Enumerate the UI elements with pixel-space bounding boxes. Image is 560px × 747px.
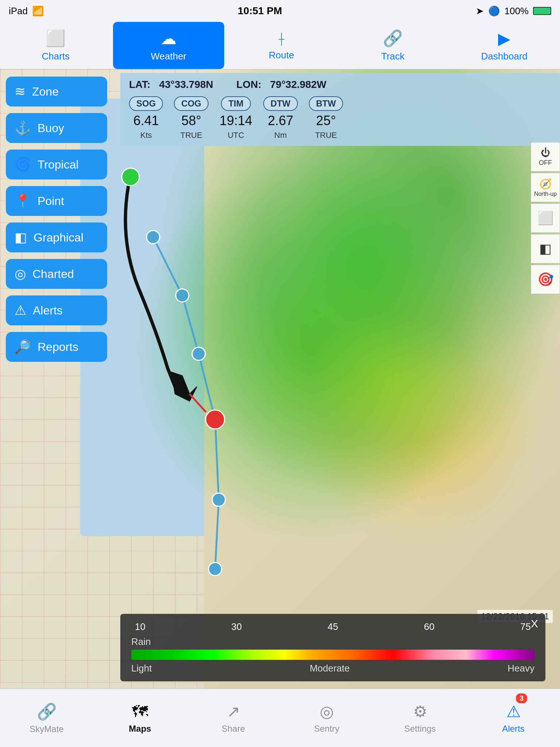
alerts-badge: 3 (516, 693, 527, 703)
charts-icon: ⬜ (46, 29, 66, 48)
battery-icon (533, 7, 551, 15)
compass-button[interactable]: 🧭 North-up (531, 173, 560, 202)
tab-settings[interactable]: ⚙ Settings (373, 689, 467, 747)
stat-cog: COG 58° TRUE (174, 96, 209, 140)
status-bar: iPad 📶 10:51 PM ➤ 🔵 100% (0, 0, 560, 22)
tab-skymate[interactable]: 🔗 SkyMate (0, 689, 93, 747)
location-icon: ➤ (476, 5, 484, 17)
frame-button[interactable]: ⬜ (531, 204, 560, 233)
charted-icon: ◎ (15, 266, 26, 282)
tropical-icon: 🌀 (15, 157, 31, 172)
legend-num-2: 45 (328, 621, 338, 632)
sidebar-btn-graphical[interactable]: ◧ Graphical (6, 222, 107, 252)
alerts-tab-icon: ⚠ (506, 702, 521, 721)
legend-num-0: 10 (135, 621, 145, 632)
nav-item-weather[interactable]: ☁ Weather (113, 22, 225, 69)
tab-maps[interactable]: 🗺 Maps (93, 689, 187, 747)
stat-tim: TIM 19:14 UTC (219, 96, 252, 140)
track-icon: 🔗 (383, 29, 403, 48)
legend-labels: Light Moderate Heavy (131, 663, 534, 674)
settings-icon: ⚙ (413, 702, 427, 721)
sentry-icon: ◎ (320, 702, 334, 721)
maps-icon: 🗺 (132, 703, 148, 721)
legend-close-button[interactable]: X (531, 618, 538, 630)
share-icon: ↗ (227, 702, 240, 721)
legend-label-heavy: Heavy (508, 663, 534, 674)
sidebar-btn-alerts[interactable]: ⚠ Alerts (6, 295, 107, 325)
stat-sog: SOG 6.41 Kts (129, 96, 163, 140)
tab-share[interactable]: ↗ Share (187, 689, 280, 747)
stat-btw: BTW 25° TRUE (309, 96, 343, 140)
legend-num-3: 60 (424, 621, 435, 632)
legend-gradient-bar (131, 650, 534, 660)
lat-label: LAT: (129, 79, 151, 90)
lon-value: 79°32.982W (270, 79, 326, 90)
alerts-icon: ⚠ (15, 303, 26, 318)
coordinate-panel: LAT: 43°33.798N LON: 79°32.982W SOG 6.41… (120, 73, 560, 146)
route-icon: ⟊ (277, 30, 286, 47)
legend-label-light: Light (131, 663, 152, 674)
lat-value: 43°33.798N (159, 79, 213, 90)
device-label: iPad (9, 5, 28, 17)
sidebar: ≋ Zone ⚓ Buoy 🌀 Tropical 📍 Point ◧ Graph… (0, 69, 113, 369)
right-controls: ⏻ OFF 🧭 North-up ⬜ ◧ 🎯 (531, 142, 560, 294)
top-navigation: ⬜ Charts ☁ Weather ⟊ Route 🔗 Track ▶ Das… (0, 22, 560, 69)
point-icon: 📍 (15, 193, 31, 209)
wifi-icon: 📶 (32, 5, 44, 17)
sidebar-btn-tropical[interactable]: 🌀 Tropical (6, 150, 107, 179)
legend-label-moderate: Moderate (310, 663, 350, 674)
bottom-tab-bar: 🔗 SkyMate 🗺 Maps ↗ Share ◎ Sentry ⚙ Sett… (0, 689, 560, 747)
bluetooth-icon: 🔵 (488, 5, 500, 17)
nav-item-track[interactable]: 🔗 Track (337, 22, 449, 69)
legend-rain-label: Rain (131, 636, 534, 647)
power-button[interactable]: ⏻ OFF (531, 142, 560, 171)
legend-num-1: 30 (231, 621, 242, 632)
legend-num-4: 75 (520, 621, 531, 632)
nav-item-route[interactable]: ⟊ Route (226, 22, 337, 69)
buoy-icon: ⚓ (15, 120, 31, 136)
tab-alerts[interactable]: 3 ⚠ Alerts (467, 689, 560, 747)
reports-icon: 🔎 (15, 339, 31, 355)
map-container[interactable]: LAT: 43°33.798N LON: 79°32.982W SOG 6.41… (0, 69, 560, 689)
stat-dtw: DTW 2.67 Nm (263, 96, 298, 140)
legend-bar: X 10 30 45 60 75 Rain Light Moderate Hea… (120, 614, 545, 681)
locate-button[interactable]: 🎯 (531, 265, 560, 294)
dashboard-icon: ▶ (498, 29, 510, 48)
sidebar-btn-charted[interactable]: ◎ Charted (6, 259, 107, 289)
skymate-icon: 🔗 (37, 702, 57, 721)
sidebar-btn-buoy[interactable]: ⚓ Buoy (6, 113, 107, 143)
weather-icon: ☁ (160, 29, 176, 48)
sidebar-btn-reports[interactable]: 🔎 Reports (6, 332, 107, 362)
nav-item-charts[interactable]: ⬜ Charts (0, 22, 112, 69)
legend-numbers: 10 30 45 60 75 (131, 621, 534, 632)
tab-sentry[interactable]: ◎ Sentry (280, 689, 373, 747)
layers-button[interactable]: ◧ (531, 234, 560, 263)
lon-label: LON: (236, 79, 261, 90)
nav-item-dashboard[interactable]: ▶ Dashboard (448, 22, 560, 69)
battery-label: 100% (504, 5, 529, 17)
zone-icon: ≋ (15, 84, 26, 99)
time-display: 10:51 PM (238, 5, 282, 17)
graphical-icon: ◧ (15, 230, 27, 245)
sidebar-btn-point[interactable]: 📍 Point (6, 186, 107, 216)
sidebar-btn-zone[interactable]: ≋ Zone (6, 77, 107, 107)
